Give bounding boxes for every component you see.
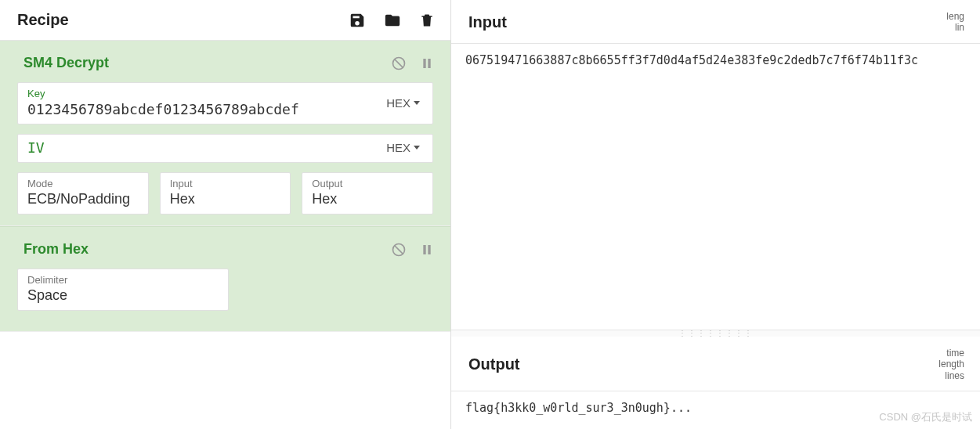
input-fmt-value: Hex: [170, 191, 195, 207]
key-encoding-select[interactable]: HEX: [386, 96, 423, 110]
output-fmt-value: Hex: [312, 191, 337, 207]
output-meta: time length lines: [938, 348, 964, 381]
folder-icon[interactable]: [383, 12, 402, 29]
operation-title: From Hex: [24, 241, 89, 258]
mode-field[interactable]: Mode ECB/NoPadding: [17, 172, 149, 214]
key-label: Key: [27, 88, 386, 99]
output-fmt-label: Output: [312, 178, 342, 189]
recipe-header: Recipe: [0, 0, 450, 41]
operation-from-hex: From Hex Delimiter Space: [0, 226, 450, 332]
pause-icon[interactable]: [421, 56, 433, 70]
resize-grip[interactable]: ⋮⋮⋮⋮⋮⋮⋮⋮: [451, 330, 980, 337]
iv-field[interactable]: IV HEX: [17, 134, 433, 163]
input-textarea[interactable]: 067519471663887c8b6655ff3f7d0d4af5d24e38…: [451, 44, 980, 330]
output-meta-lines: lines: [938, 370, 964, 381]
output-pane: Output time length lines flag{h3kk0_w0rl…: [451, 337, 980, 429]
io-panel: Input leng lin 067519471663887c8b6655ff3…: [451, 0, 980, 429]
operation-title: SM4 Decrypt: [24, 55, 109, 71]
iv-encoding-select[interactable]: HEX: [386, 141, 423, 154]
output-meta-length: length: [938, 359, 964, 370]
input-meta: leng lin: [946, 11, 964, 34]
mode-label: Mode: [27, 178, 53, 189]
output-title: Output: [468, 355, 520, 373]
mode-value: ECB/NoPadding: [27, 191, 130, 207]
iv-label: IV: [27, 139, 386, 156]
input-fmt-label: Input: [170, 178, 193, 189]
chevron-down-icon: [414, 101, 420, 105]
svg-rect-6: [423, 245, 425, 254]
svg-rect-3: [428, 59, 430, 68]
output-meta-time: time: [938, 348, 964, 359]
input-meta-lines: lin: [946, 22, 964, 33]
svg-line-1: [395, 59, 403, 67]
input-title: Input: [468, 13, 507, 31]
svg-rect-7: [428, 245, 430, 254]
input-fmt-field[interactable]: Input Hex: [160, 172, 291, 214]
key-encoding-label: HEX: [386, 96, 410, 110]
delimiter-label: Delimiter: [27, 274, 67, 286]
input-pane: Input leng lin 067519471663887c8b6655ff3…: [451, 0, 980, 330]
delimiter-field[interactable]: Delimiter Space: [17, 269, 229, 311]
key-field[interactable]: Key 0123456789abcdef0123456789abcdef HEX: [17, 82, 433, 124]
recipe-title: Recipe: [17, 11, 69, 29]
disable-icon[interactable]: [391, 56, 407, 71]
chevron-down-icon: [414, 146, 420, 150]
output-textarea: flag{h3kk0_w0rld_sur3_3n0ugh}...: [451, 391, 980, 429]
output-fmt-field[interactable]: Output Hex: [302, 172, 433, 214]
key-value: 0123456789abcdef0123456789abcdef: [27, 101, 386, 117]
svg-line-5: [395, 246, 403, 254]
pause-icon[interactable]: [421, 243, 433, 257]
input-meta-length: leng: [946, 11, 964, 22]
recipe-panel: Recipe SM4 Decrypt: [0, 0, 451, 429]
iv-encoding-label: HEX: [386, 141, 410, 154]
disable-icon[interactable]: [391, 242, 407, 258]
svg-rect-2: [423, 59, 425, 68]
delimiter-value: Space: [27, 287, 67, 304]
operation-sm4-decrypt: SM4 Decrypt Key 0123456789abcdef01234567…: [0, 41, 450, 226]
trash-icon[interactable]: [419, 12, 435, 29]
save-icon[interactable]: [349, 12, 366, 29]
